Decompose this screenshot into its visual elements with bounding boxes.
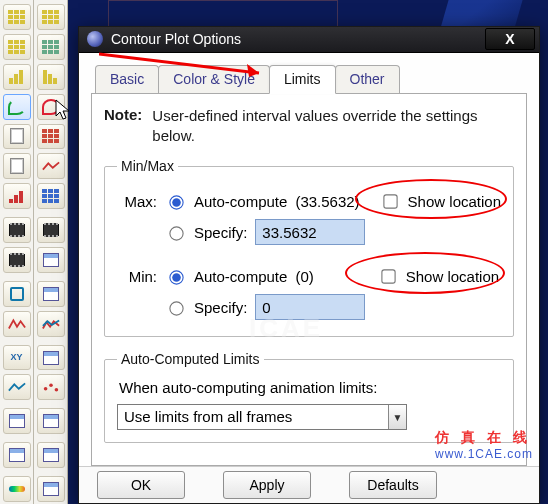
svg-point-2 — [54, 388, 58, 392]
tool-film-b8[interactable] — [37, 217, 65, 243]
tool-palette[interactable] — [3, 476, 31, 502]
minmax-group: Min/Max Max: Auto-compute (33.5632) Show… — [104, 158, 514, 337]
tab-color-style[interactable]: Color & Style — [158, 65, 270, 93]
note-text: User-defined interval values override th… — [152, 106, 514, 147]
tool-table-b9[interactable] — [37, 247, 65, 273]
acl-legend: Auto-Computed Limits — [117, 351, 264, 367]
max-show-location-checkbox[interactable] — [383, 194, 397, 208]
min-auto-row: Min: Auto-compute (0) Show location — [117, 262, 501, 290]
contour-plot-options-dialog: Contour Plot Options X Basic Color & Sty… — [78, 26, 540, 504]
tool-zig-a11[interactable] — [3, 311, 31, 337]
acl-combo[interactable]: Use limits from all frames ▼ — [117, 404, 407, 430]
tool-zig-b13[interactable] — [37, 374, 65, 400]
toolbar-column-1: XY — [0, 0, 34, 504]
min-specify-row: Specify: — [117, 293, 501, 321]
tool-table-a14[interactable] — [3, 408, 31, 434]
tool-grid-a2[interactable] — [3, 34, 31, 60]
tool-contour-curve[interactable] — [3, 94, 31, 120]
min-auto-value: (0) — [295, 268, 313, 285]
max-auto-compute-radio[interactable] — [169, 195, 183, 209]
tool-table-b16[interactable] — [37, 476, 65, 502]
max-show-location-label: Show location — [408, 193, 501, 210]
max-specify-radio[interactable] — [169, 226, 183, 240]
tool-stairs-b3[interactable] — [37, 64, 65, 90]
tool-film-a8[interactable] — [3, 217, 31, 243]
svg-point-1 — [49, 384, 53, 388]
max-auto-compute-label: Auto-compute — [194, 193, 287, 210]
tool-grid-b5[interactable] — [37, 124, 65, 150]
tab-limits[interactable]: Limits — [269, 65, 336, 94]
min-specify-label: Specify: — [194, 299, 247, 316]
tool-table-b15[interactable] — [37, 442, 65, 468]
dialog-body: Basic Color & Style Limits Other Note: U… — [79, 53, 539, 466]
svg-point-0 — [43, 387, 47, 391]
tool-grid-b1[interactable] — [37, 4, 65, 30]
max-label: Max: — [117, 193, 157, 210]
note-row: Note: User-defined interval values overr… — [104, 106, 514, 147]
tool-contour-red[interactable] — [37, 94, 65, 120]
tool-zig-a13[interactable] — [3, 374, 31, 400]
min-show-location-label: Show location — [406, 268, 499, 285]
max-auto-row: Max: Auto-compute (33.5632) Show locatio… — [117, 187, 501, 215]
dialog-button-bar: OK Apply Defaults — [79, 466, 539, 503]
max-specify-label: Specify: — [194, 224, 247, 241]
min-auto-compute-label: Auto-compute — [194, 268, 287, 285]
tool-table-b14[interactable] — [37, 408, 65, 434]
tool-table-a15[interactable] — [3, 442, 31, 468]
minmax-legend: Min/Max — [117, 158, 178, 174]
tab-panel-limits: Note: User-defined interval values overr… — [91, 94, 527, 466]
min-show-location-checkbox[interactable] — [381, 269, 395, 283]
tool-stairs-a3[interactable] — [3, 64, 31, 90]
tool-tree[interactable] — [3, 281, 31, 307]
tool-grid-b7[interactable] — [37, 183, 65, 209]
chevron-down-icon[interactable]: ▼ — [388, 405, 406, 429]
tool-grid-a1[interactable] — [3, 4, 31, 30]
apply-button[interactable]: Apply — [223, 471, 311, 499]
acl-desc: When auto-computing animation limits: — [119, 379, 501, 396]
dialog-title: Contour Plot Options — [111, 31, 485, 47]
tab-other[interactable]: Other — [335, 65, 400, 93]
max-specify-row: Specify: — [117, 218, 501, 246]
tool-paper-a6[interactable] — [3, 153, 31, 179]
dialog-titlebar[interactable]: Contour Plot Options X — [79, 27, 539, 53]
acl-combo-value: Use limits from all frames — [118, 405, 388, 429]
note-label: Note: — [104, 106, 142, 147]
defaults-button[interactable]: Defaults — [349, 471, 437, 499]
tab-strip: Basic Color & Style Limits Other — [91, 65, 527, 94]
tool-stairs-a7[interactable] — [3, 183, 31, 209]
close-button[interactable]: X — [485, 28, 535, 50]
max-auto-value: (33.5632) — [295, 193, 359, 210]
tool-grid-b2[interactable] — [37, 34, 65, 60]
min-specify-radio[interactable] — [169, 301, 183, 315]
min-specify-input[interactable] — [255, 294, 365, 320]
tool-zig-b11[interactable] — [37, 311, 65, 337]
toolbar-column-2 — [34, 0, 68, 504]
tool-xy[interactable]: XY — [3, 345, 31, 371]
tool-table-b12[interactable] — [37, 345, 65, 371]
min-label: Min: — [117, 268, 157, 285]
min-auto-compute-radio[interactable] — [169, 270, 183, 284]
system-menu-icon[interactable] — [87, 31, 103, 47]
tool-zig-b6[interactable] — [37, 153, 65, 179]
ok-button[interactable]: OK — [97, 471, 185, 499]
tool-table-b10[interactable] — [37, 281, 65, 307]
tab-basic[interactable]: Basic — [95, 65, 159, 93]
tool-paper-a5[interactable] — [3, 124, 31, 150]
max-specify-input[interactable] — [255, 219, 365, 245]
auto-computed-limits-group: Auto-Computed Limits When auto-computing… — [104, 351, 514, 443]
tool-film-a9[interactable] — [3, 247, 31, 273]
